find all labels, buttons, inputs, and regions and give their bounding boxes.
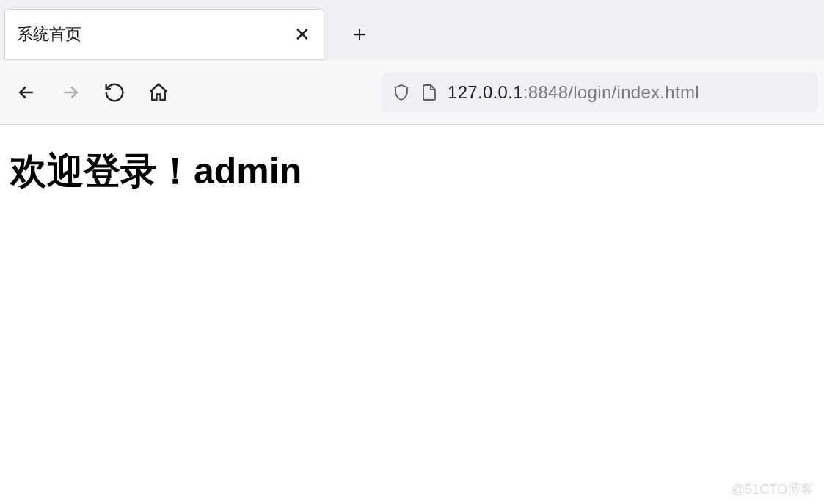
page-content: 欢迎登录！admin (0, 125, 824, 218)
forward-button[interactable] (50, 72, 91, 113)
arrow-left-icon (15, 81, 37, 103)
close-tab-icon[interactable]: ✕ (294, 25, 310, 44)
welcome-heading: 欢迎登录！admin (10, 147, 814, 196)
reload-icon (103, 81, 125, 103)
watermark: @51CTO博客 (732, 481, 814, 498)
shield-icon[interactable] (392, 83, 411, 102)
browser-tab[interactable]: 系统首页 ✕ (4, 9, 324, 60)
page-icon (420, 83, 439, 102)
tab-title: 系统首页 (17, 23, 81, 45)
home-icon (147, 81, 169, 103)
home-button[interactable] (138, 72, 179, 113)
tab-bar: 系统首页 ✕ ＋ (0, 0, 824, 60)
new-tab-button[interactable]: ＋ (343, 18, 376, 50)
url-text: 127.0.0.1:8848/login/index.html (448, 82, 699, 103)
browser-toolbar: 127.0.0.1:8848/login/index.html (0, 60, 824, 125)
reload-button[interactable] (94, 72, 135, 113)
arrow-right-icon (59, 81, 81, 103)
url-host: 127.0.0.1 (448, 82, 523, 102)
address-bar[interactable]: 127.0.0.1:8848/login/index.html (382, 73, 818, 112)
url-path: :8848/login/index.html (523, 82, 699, 102)
back-button[interactable] (6, 72, 47, 113)
